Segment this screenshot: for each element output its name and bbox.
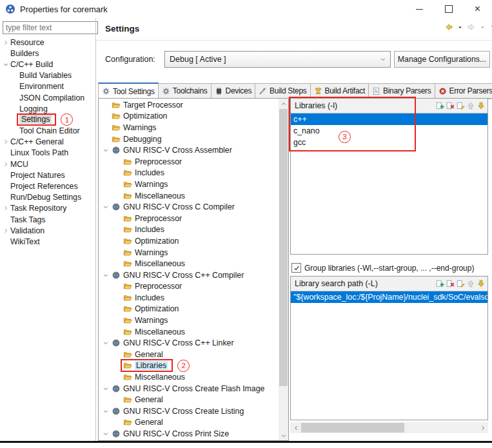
edit-icon[interactable] — [456, 279, 465, 288]
add-icon[interactable] — [435, 101, 444, 110]
tab-toolchains[interactable]: Toolchains — [159, 83, 212, 99]
tree-item[interactable]: Includes — [99, 292, 279, 304]
forward-icon[interactable] — [467, 23, 476, 32]
sidebar-item-project-natures[interactable]: Project Natures — [0, 170, 95, 180]
view-menu-icon[interactable] — [489, 23, 492, 32]
tree-item[interactable]: Warnings — [99, 315, 279, 326]
scroll-left-icon[interactable] — [290, 422, 301, 433]
tree-item[interactable]: Miscellaneous — [99, 258, 279, 269]
tree-item[interactable]: Miscellaneous — [99, 326, 279, 338]
tab-build-artifact[interactable]: Build Artifact — [311, 83, 369, 99]
library-item-c-nano[interactable]: c_nano — [291, 125, 487, 137]
move-down-icon[interactable] — [477, 101, 486, 110]
tree-item-create-listing[interactable]: GNU RISC-V Cross Create Listing — [99, 405, 279, 417]
sidebar-item-tool-chain-editor[interactable]: Tool Chain Editor — [0, 126, 95, 137]
forward-dropdown-icon[interactable] — [480, 24, 486, 30]
tree-item[interactable]: Includes — [99, 168, 279, 179]
back-dropdown-icon[interactable] — [457, 24, 463, 30]
tree-item[interactable]: Optimization — [99, 235, 279, 247]
chevron-down-icon[interactable] — [103, 272, 112, 278]
library-item-cpp[interactable]: c++ — [291, 113, 487, 125]
horizontal-scrollbar[interactable] — [290, 422, 488, 433]
chevron-right-icon[interactable] — [1, 205, 10, 211]
scroll-down-icon[interactable] — [279, 431, 288, 440]
chevron-right-icon[interactable] — [1, 139, 10, 145]
sidebar-item-run-debug-settings[interactable]: Run/Debug Settings — [0, 192, 95, 203]
edit-icon[interactable] — [456, 101, 465, 110]
tree-item[interactable]: Optimization — [99, 304, 279, 315]
tree-vertical-scrollbar[interactable] — [279, 99, 288, 440]
tree-item[interactable]: Preprocessor — [99, 281, 279, 293]
add-icon[interactable] — [435, 279, 444, 288]
tab-build-steps[interactable]: Build Steps — [255, 83, 310, 99]
sidebar-item-validation[interactable]: Validation — [0, 225, 95, 236]
sidebar-item-cpp-general[interactable]: C/C++ General — [0, 137, 95, 148]
scroll-right-icon[interactable] — [477, 422, 488, 433]
tree-item[interactable]: Preprocessor — [99, 156, 279, 168]
tab-tool-settings[interactable]: Tool Settings — [98, 83, 159, 99]
maximize-button[interactable] — [434, 0, 463, 18]
tree-item-print-size[interactable]: GNU RISC-V Cross Print Size — [99, 428, 279, 440]
delete-icon[interactable] — [446, 101, 455, 110]
minimize-button[interactable] — [405, 0, 434, 18]
tree-item-linker-general[interactable]: General — [99, 349, 279, 360]
filter-input[interactable] — [3, 21, 98, 34]
sidebar-item-resource[interactable]: Resource — [0, 37, 95, 48]
chevron-down-icon[interactable] — [103, 204, 112, 210]
tab-binary-parsers[interactable]: Binary Parsers — [369, 83, 435, 99]
move-up-icon[interactable] — [466, 101, 475, 110]
close-button[interactable]: × — [463, 0, 492, 18]
tree-item-create-flash-image[interactable]: GNU RISC-V Cross Create Flash Image — [99, 383, 279, 394]
tree-item[interactable]: General — [99, 417, 279, 429]
tree-item[interactable]: General — [99, 394, 279, 405]
sidebar-item-wikitext[interactable]: WikiText — [0, 236, 95, 247]
sidebar-item-linux-tools-path[interactable]: Linux Tools Path — [0, 148, 95, 159]
tab-devices[interactable]: Devices — [212, 83, 256, 99]
move-down-icon[interactable] — [477, 279, 486, 288]
sidebar-item-cpp-build[interactable]: C/C++ Build — [0, 59, 95, 70]
sidebar-item-project-references[interactable]: Project References — [0, 180, 95, 191]
manage-configurations-button[interactable]: Manage Configurations... — [394, 51, 490, 68]
sidebar-item-json-compilation[interactable]: JSON Compilation — [0, 92, 95, 103]
library-item-gcc[interactable]: gcc — [291, 137, 487, 148]
tree-item[interactable]: Miscellaneous — [99, 371, 279, 383]
scrollbar-thumb[interactable] — [279, 109, 288, 386]
tree-item-linker-libraries[interactable]: Libraries 2 — [99, 360, 279, 372]
back-icon[interactable] — [444, 23, 453, 32]
chevron-right-icon[interactable] — [1, 39, 10, 46]
tree-item-cross-cpp-linker[interactable]: GNU RISC-V Cross C++ Linker — [99, 337, 279, 349]
chevron-right-icon[interactable] — [1, 161, 10, 168]
chevron-down-icon[interactable] — [103, 340, 112, 346]
tree-item-cross-cpp-compiler[interactable]: GNU RISC-V Cross C++ Compiler — [99, 269, 279, 281]
tree-item-warnings[interactable]: Warnings — [99, 122, 279, 133]
chevron-down-icon[interactable] — [103, 385, 112, 392]
tree-item[interactable]: Includes — [99, 224, 279, 236]
tree-item-cross-c-compiler[interactable]: GNU RISC-V Cross C Compiler — [99, 201, 279, 213]
chevron-right-icon[interactable] — [1, 228, 10, 234]
chevron-down-icon[interactable] — [1, 61, 10, 68]
tree-item[interactable]: Warnings — [99, 247, 279, 258]
scroll-up-icon[interactable] — [279, 99, 288, 108]
tree-item-optimization[interactable]: Optimization — [99, 111, 279, 122]
configuration-select[interactable]: Debug [ Active ] — [164, 51, 391, 68]
tab-error-parsers[interactable]: Error Parsers — [435, 83, 492, 99]
chevron-down-icon[interactable] — [103, 147, 112, 153]
sidebar-item-settings[interactable]: Settings 1 — [0, 114, 95, 125]
tree-item[interactable]: Warnings — [99, 179, 279, 190]
tree-item[interactable]: Preprocessor — [99, 213, 279, 224]
delete-icon[interactable] — [446, 279, 455, 288]
tree-item-cross-assembler[interactable]: GNU RISC-V Cross Assembler — [99, 144, 279, 156]
move-up-icon[interactable] — [466, 279, 475, 288]
sidebar-item-mcu[interactable]: MCU — [0, 159, 95, 170]
search-path-item[interactable]: "${workspace_loc:/${ProjName}/nuclei_sdk… — [291, 291, 487, 303]
scrollbar-thumb[interactable] — [301, 423, 404, 433]
sidebar-item-task-repository[interactable]: Task Repository — [0, 203, 95, 214]
group-libraries-checkbox[interactable] — [291, 263, 301, 273]
chevron-down-icon[interactable] — [103, 408, 112, 414]
tree-item-target-processor[interactable]: Target Processor — [99, 99, 279, 111]
tree-item[interactable]: Miscellaneous — [99, 190, 279, 202]
sidebar-item-task-tags[interactable]: Task Tags — [0, 214, 95, 225]
sidebar-item-environment[interactable]: Environment — [0, 81, 95, 92]
chevron-down-icon[interactable] — [103, 431, 112, 437]
sidebar-item-builders[interactable]: Builders — [0, 48, 95, 59]
